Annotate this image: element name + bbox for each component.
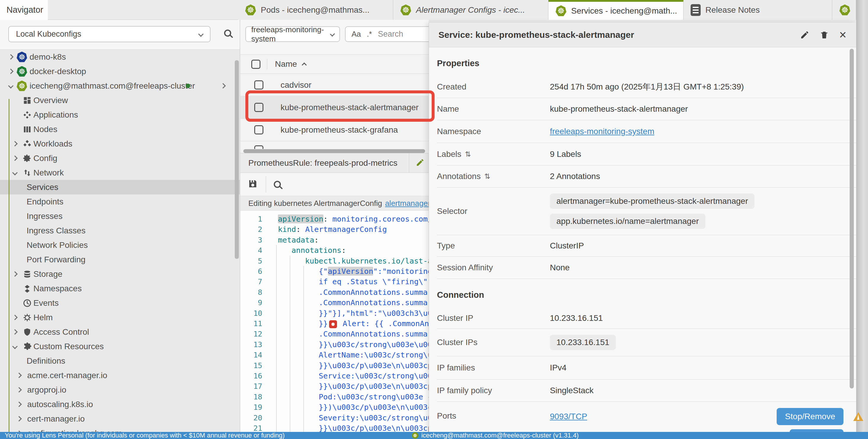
sidebar-item-network-policies[interactable]: Network Policies — [0, 238, 240, 252]
save-icon[interactable] — [247, 178, 258, 190]
code-line: {"apiVersion":"monitoring.coreos.com/v1" — [319, 266, 429, 276]
table-row[interactable]: kube-prometheus-stack-grafana — [240, 119, 429, 141]
tab-5[interactable]: ☸ — [832, 0, 856, 20]
properties-row-annotations: Annotations⇅2 Annotations — [437, 165, 857, 188]
edit-pencil-icon[interactable] — [800, 30, 809, 40]
chevron-right-icon[interactable] — [16, 373, 22, 378]
editor-search-icon[interactable] — [274, 181, 281, 188]
forward--button[interactable]: Forward... — [789, 429, 843, 432]
navigator-panel-tab[interactable]: Navigator — [0, 0, 48, 20]
horizontal-scrollbar[interactable] — [243, 149, 425, 153]
sidebar-item-events[interactable]: Events — [0, 296, 240, 310]
tab-3[interactable]: ☸Services - icecheng@math...× — [549, 0, 684, 20]
sidebar-item-definitions[interactable]: Definitions — [0, 353, 240, 368]
sidebar-item-services[interactable]: Services — [0, 180, 240, 194]
row-checkbox[interactable] — [254, 145, 264, 149]
chevron-right-icon[interactable] — [16, 416, 22, 421]
regex-icon[interactable]: .* — [367, 30, 372, 39]
select-all-checkbox[interactable] — [251, 60, 260, 69]
sidebar-item-helm[interactable]: Helm — [0, 310, 240, 325]
sidebar-item-ingress-classes[interactable]: Ingress Classes — [0, 223, 240, 238]
sidebar-item-applications[interactable]: Applications — [0, 107, 240, 122]
tab-1[interactable]: ☸Pods - icecheng@mathmas... — [238, 0, 393, 20]
kubernetes-logo-icon: ☸ — [839, 4, 850, 15]
code-token: : — [323, 214, 333, 223]
sort-icon[interactable]: ⇅ — [465, 150, 471, 158]
divider — [409, 153, 409, 173]
tab-4[interactable]: Release Notes — [684, 0, 832, 20]
namespace-link[interactable]: freeleaps-monitoring-system — [550, 127, 654, 136]
kubernetes-logo-icon: ☸ — [17, 81, 27, 91]
alertmanager-link[interactable]: alertmanager — [385, 199, 429, 208]
code-token: if eq .Status \"firing\" }} — [319, 277, 429, 286]
sidebar-item-autoscaling-k8s-io[interactable]: autoscaling.k8s.io — [0, 397, 240, 411]
chevron-right-icon[interactable] — [12, 156, 18, 161]
kubernetes-logo-icon: ☸ — [17, 52, 27, 62]
annotation-highlight-rectangle — [245, 91, 435, 122]
match-case-icon[interactable]: Aa — [351, 30, 361, 39]
sidebar-item-access-control[interactable]: Access Control — [0, 325, 240, 339]
sidebar-item-endpoints[interactable]: Endpoints — [0, 194, 240, 209]
sidebar-scrollbar[interactable] — [235, 60, 239, 259]
delete-trash-icon[interactable] — [819, 30, 829, 40]
sidebar-item-custom-resources[interactable]: Custom Resources — [0, 339, 240, 353]
search-input[interactable]: Aa .* Search — [345, 26, 429, 42]
edit-pencil-icon[interactable] — [416, 158, 425, 168]
sidebar-item-label: Namespaces — [33, 284, 82, 293]
sidebar-item-config[interactable]: Config — [0, 151, 240, 165]
sidebar-item-network[interactable]: Network — [0, 165, 240, 180]
close-icon[interactable]: × — [839, 29, 846, 41]
sidebar-item-argoproj-io[interactable]: argoproj.io — [0, 382, 240, 397]
sidebar-item-namespaces[interactable]: Namespaces — [0, 281, 240, 296]
code-line: }}\u003c/strong\u003e\u003c/h3\u003e — [319, 339, 429, 350]
row-checkbox[interactable] — [254, 125, 264, 134]
chevron-right-icon[interactable] — [16, 387, 22, 392]
line-number: 9 — [244, 298, 262, 307]
yaml-editor[interactable]: 1apiVersion: monitoring.coreos.com/v12ki… — [240, 211, 429, 432]
property-label: Labels⇅ — [437, 149, 550, 159]
chevron-down-icon[interactable] — [12, 344, 18, 349]
chevron-right-icon[interactable] — [8, 54, 13, 59]
sidebar-item-label: Services — [27, 182, 58, 192]
sidebar-item-nodes[interactable]: Nodes — [0, 122, 240, 136]
tab-label: Pods - icecheng@mathmas... — [261, 5, 370, 15]
chevron-right-icon[interactable] — [12, 329, 18, 334]
line-number: 17 — [244, 382, 262, 391]
chevron-right-icon[interactable] — [8, 69, 13, 74]
sidebar-item-configuration-konghq-com[interactable]: configuration.konghq.com — [0, 426, 240, 432]
chevron-right-icon[interactable] — [16, 402, 22, 407]
chevron-right-icon[interactable] — [220, 83, 225, 88]
sidebar-item-storage[interactable]: Storage — [0, 267, 240, 281]
port-link[interactable]: 9093/TCP — [550, 412, 587, 421]
sidebar-item-port-forwarding[interactable]: Port Forwarding — [0, 252, 240, 267]
line-number: 20 — [244, 414, 262, 422]
sidebar-item-demo-k8s[interactable]: ☸demo-k8s — [0, 49, 240, 64]
chevron-right-icon[interactable] — [12, 271, 18, 276]
sidebar-item-workloads[interactable]: Workloads — [0, 136, 240, 151]
sidebar-item-acme-cert-manager-io[interactable]: acme.cert-manager.io — [0, 368, 240, 382]
chevron-down-icon[interactable] — [8, 83, 13, 88]
kubeconfig-select-value: Local Kubeconfigs — [16, 30, 81, 39]
chevron-down-icon[interactable] — [12, 170, 18, 175]
code-token: AlertmanagerConfig — [305, 225, 387, 234]
sidebar-item-cert-manager-io[interactable]: cert-manager.io — [0, 411, 240, 426]
namespace-select[interactable]: freeleaps-monitoring-system — [245, 26, 340, 42]
prometheus-rule-panel[interactable]: PrometheusRule: freepeals-prod-metrics — [240, 153, 429, 173]
search-icon[interactable] — [224, 30, 231, 37]
sidebar-item-docker-desktop[interactable]: ☸docker-desktop — [0, 64, 240, 78]
sidebar-item-icecheng-mathmast-com-freeleaps-cluster[interactable]: ☸icecheng@mathmast.com@freeleaps-cluster — [0, 78, 240, 93]
tab-2[interactable]: ☸Alertmanager Configs - icec... — [393, 0, 549, 20]
sort-icon[interactable]: ⇅ — [484, 172, 490, 180]
table-row[interactable] — [240, 141, 429, 149]
stop-remove-button[interactable]: Stop/Remove — [777, 408, 843, 425]
chevron-right-icon[interactable] — [12, 141, 18, 146]
properties-row-namespace: Namespacefreeleaps-monitoring-system — [437, 120, 857, 143]
drawer-scrollbar[interactable] — [850, 49, 854, 389]
kubeconfig-select[interactable]: Local Kubeconfigs — [8, 26, 211, 42]
sidebar-item-overview[interactable]: Overview — [0, 93, 240, 107]
chevron-right-icon[interactable] — [12, 315, 18, 320]
sort-ascending-icon[interactable] — [302, 63, 307, 68]
name-column-header[interactable]: Name — [275, 59, 297, 69]
sidebar-item-ingresses[interactable]: Ingresses — [0, 209, 240, 223]
row-checkbox[interactable] — [254, 80, 264, 90]
